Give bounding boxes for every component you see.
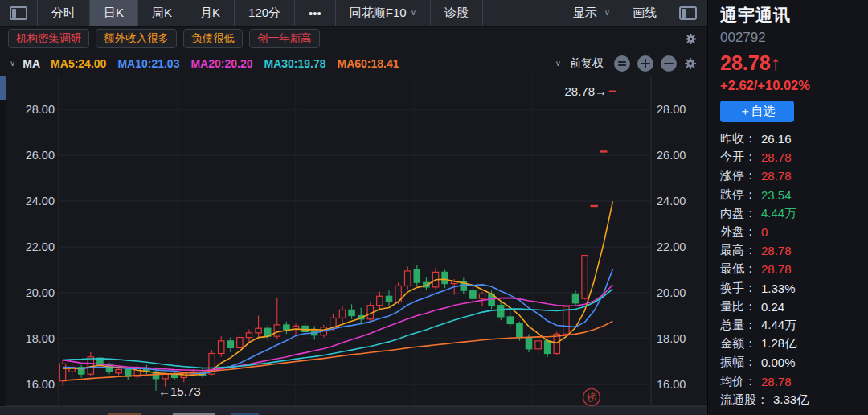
- stat-label: 最低：: [720, 261, 756, 277]
- candle-down: [526, 338, 531, 349]
- stat-row: 金额：1.28亿: [720, 335, 860, 353]
- chevron-down-icon[interactable]: ∨: [604, 9, 610, 17]
- tab-week-k[interactable]: 周K: [138, 0, 186, 26]
- candle-up: [116, 369, 121, 372]
- stat-label: 总量：: [720, 318, 756, 333]
- candle-up: [88, 357, 93, 374]
- candle-up: [237, 338, 243, 348]
- candle-down: [349, 310, 354, 315]
- stat-label: 流通股：: [720, 392, 768, 408]
- tab-fenshi[interactable]: 分时: [38, 0, 90, 26]
- stat-label: 跌停：: [720, 187, 756, 203]
- stat-row: 内盘：4.44万: [720, 204, 860, 223]
- stat-label: 振幅：: [720, 355, 756, 370]
- candle-up: [339, 310, 345, 318]
- indicator-list-icon[interactable]: [614, 55, 630, 72]
- candle-down: [386, 296, 391, 302]
- candle-up: [274, 325, 280, 336]
- stat-row: 今开：28.78: [720, 148, 860, 166]
- tab-week-k-label: 周K: [152, 6, 172, 21]
- tab-month-k-label: 月K: [200, 6, 220, 21]
- draw-line-button[interactable]: 画线: [633, 6, 657, 21]
- zoom-out-icon[interactable]: [661, 55, 677, 72]
- stat-value: 4.44万: [761, 318, 796, 333]
- candle-down: [507, 317, 513, 324]
- zoom-in-icon[interactable]: [637, 55, 653, 72]
- tab-month-k[interactable]: 月K: [186, 0, 235, 26]
- tab-120min[interactable]: 120分: [235, 0, 295, 26]
- y-axis-label-left: 22.00: [26, 240, 55, 253]
- adjustment-mode-button[interactable]: 前复权: [570, 56, 604, 71]
- tab-120min-label: 120分: [248, 6, 280, 21]
- gear-icon[interactable]: [684, 57, 697, 70]
- chevron-down-icon[interactable]: ∨: [555, 60, 561, 68]
- y-axis-label-right: 26.00: [657, 149, 686, 162]
- candle-up: [219, 341, 224, 354]
- up-arrow-icon: ↑: [771, 51, 781, 74]
- candle-down: [470, 290, 476, 298]
- tag-extra-income[interactable]: 额外收入很多: [96, 29, 177, 48]
- ma-legend-item-0: MA5:24.00: [51, 57, 106, 70]
- chevron-down-icon[interactable]: ∨: [10, 60, 15, 68]
- tab-ths-f10[interactable]: 同花顺F10∨: [336, 0, 431, 26]
- collapse-panel-button[interactable]: [0, 0, 38, 26]
- stat-label: 量比：: [720, 299, 756, 314]
- stock-change: +2.62/+10.02%: [720, 78, 860, 93]
- display-menu-button[interactable]: 显示: [573, 6, 597, 21]
- tab-zhengu-label: 诊股: [444, 6, 469, 21]
- stat-label: 外盘：: [720, 224, 756, 240]
- candle-down: [517, 323, 522, 337]
- limit-up-dash-candle: [600, 150, 607, 152]
- stat-row: 最低：28.78: [720, 260, 860, 278]
- stat-row: 最高：28.78: [720, 241, 860, 260]
- tabbar-right-controls: 显示 ∨ 画线: [563, 0, 707, 26]
- tag-institution-research[interactable]: 机构密集调研: [8, 29, 89, 48]
- stock-name: 通宇通讯: [720, 4, 860, 27]
- stat-value: 0: [761, 225, 768, 239]
- stock-price: 28.78↑: [720, 51, 860, 75]
- stat-label: 金额：: [720, 336, 756, 351]
- y-axis-label-left: 24.00: [26, 195, 55, 208]
- gear-icon[interactable]: [685, 33, 697, 45]
- ma-row-right-controls: ∨ 前复权: [555, 55, 697, 72]
- stat-row: 量比：0.24: [720, 298, 860, 316]
- volume-pane-clipped: [0, 406, 707, 415]
- left-edge-strip: [0, 76, 6, 406]
- stat-value: 28.78: [761, 150, 792, 164]
- rank-stamp-text: 榜: [585, 392, 597, 405]
- tab-day-k[interactable]: 日K: [90, 0, 138, 26]
- chevron-down-icon: ∨: [411, 9, 416, 17]
- ma-legend-row: ∨ MA MA5:24.00MA10:21.03MA20:20.20MA30:1…: [0, 51, 707, 76]
- candle-up: [59, 364, 65, 380]
- stat-value: 0.00%: [761, 355, 796, 369]
- panel-layout-icon[interactable]: [679, 6, 697, 20]
- y-axis-label-left: 20.00: [26, 286, 55, 299]
- candle-down: [545, 341, 551, 354]
- add-watchlist-button[interactable]: ＋自选: [720, 101, 794, 122]
- ma-legend-item-1: MA10:21.03: [117, 57, 179, 70]
- candle-down: [227, 341, 233, 348]
- stat-label: 昨收：: [720, 131, 756, 146]
- candle-down: [284, 325, 289, 330]
- stat-value: 1.33%: [761, 281, 796, 295]
- tab-day-k-label: 日K: [104, 6, 124, 21]
- stat-label: 均价：: [720, 374, 756, 389]
- panel-layout-icon: [10, 6, 27, 20]
- ma10-line: [63, 269, 612, 374]
- kline-chart[interactable]: 16.0016.0018.0018.0020.0020.0022.0022.00…: [0, 76, 707, 406]
- stat-row: 昨收：26.16: [720, 129, 860, 148]
- price-value: 28.78: [720, 51, 771, 74]
- high-price-annotation: 28.78→: [564, 84, 607, 98]
- stat-row: 振幅：0.00%: [720, 353, 860, 372]
- tag-low-debt[interactable]: 负债很低: [183, 29, 243, 48]
- y-axis-label-left: 18.00: [26, 332, 55, 345]
- kline-chart-area[interactable]: 16.0016.0018.0018.0020.0020.0022.0022.00…: [0, 76, 707, 406]
- ma-legend-item-2: MA20:20.20: [190, 57, 252, 70]
- tab-more-label: •••: [309, 6, 321, 20]
- stat-row: 总量：4.44万: [720, 316, 860, 335]
- tab-zhengu[interactable]: 诊股: [431, 0, 483, 26]
- tag-one-year-high[interactable]: 创一年新高: [249, 29, 320, 48]
- stat-value: 0.24: [761, 300, 784, 314]
- tab-more[interactable]: •••: [295, 0, 336, 26]
- candle-down: [498, 306, 504, 317]
